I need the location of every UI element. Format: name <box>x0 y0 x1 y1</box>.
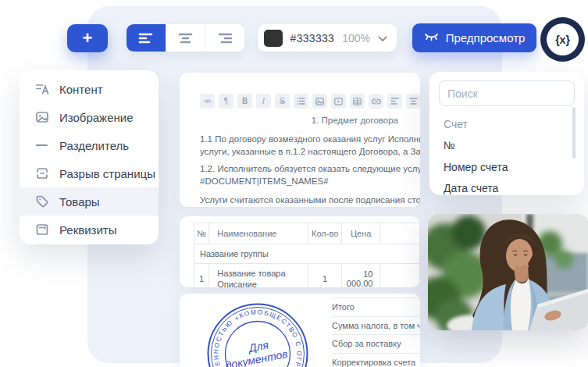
contract-text[interactable]: 1.1 По договору возмездного оказания усл… <box>200 133 420 206</box>
editor-align-center-icon <box>409 98 418 105</box>
editor-toolbar: </> ¶ B I S <box>200 94 420 109</box>
editor-align-center-button[interactable] <box>406 94 420 109</box>
menu-item-label: Разделитель <box>59 139 129 152</box>
product-description: Описание <box>217 279 308 287</box>
menu-item-page-break[interactable]: Разрыв страницы <box>20 159 159 187</box>
align-right-icon <box>217 33 233 44</box>
table-header-row: № Наименование Кол-во Цена <box>194 223 420 244</box>
align-left-icon <box>138 33 154 44</box>
photo-woman-laptop <box>428 214 588 330</box>
variables-list: Счет № Номер счета Дата счета <box>444 113 568 199</box>
totals-row-correction: Корректировка счета <box>332 353 420 367</box>
paragraph-button[interactable]: ¶ <box>219 94 233 109</box>
table-row: 1 Название товара Описание 1 10 000.00 <box>194 264 420 288</box>
requisites-icon <box>35 223 49 237</box>
plus-icon: + <box>83 28 93 48</box>
code-button[interactable]: </> <box>200 94 215 109</box>
contract-line: услуги, указанные в п.1.2 настоящего Дог… <box>200 145 420 158</box>
align-center-icon <box>178 33 194 44</box>
company-stamp: ОБЩЕСТВО С ОГРАНИЧЕННОЙ ОТВЕТСТВЕННОСТЬЮ… <box>205 301 310 367</box>
color-hex-value: #333333 <box>290 32 335 45</box>
contract-line: 1.2. Исполнитель обязуется оказать следу… <box>200 162 420 175</box>
menu-item-image[interactable]: Изображение <box>20 103 159 131</box>
menu-item-divider[interactable]: Разделитель <box>20 131 159 159</box>
insert-video-button[interactable] <box>331 94 346 109</box>
app-canvas: + #333333 100% <box>0 0 588 367</box>
variable-item-invoice-number[interactable]: Номер счета <box>444 156 568 178</box>
bold-button[interactable]: B <box>237 94 252 109</box>
editor-align-left-button[interactable] <box>387 94 402 109</box>
variables-icon: {x} <box>547 23 579 55</box>
image-icon <box>35 110 49 124</box>
preview-button-label: Предпросмотр <box>446 31 526 45</box>
color-opacity-value: 100% <box>342 32 370 45</box>
product-name: Название товара <box>217 268 308 279</box>
variables-panel: Счет № Номер счета Дата счета <box>429 72 584 195</box>
tag-icon <box>35 194 49 208</box>
row-number-cell: 1 <box>194 264 209 288</box>
group-row: Название группы <box>194 244 420 264</box>
insert-table-icon <box>353 98 362 105</box>
page-break-icon <box>35 166 49 180</box>
totals-row-itogo: Итого <box>332 298 420 316</box>
menu-item-requisites[interactable]: Реквизиты <box>20 216 159 244</box>
variables-button[interactable]: {x} <box>540 17 585 62</box>
preview-button[interactable]: Предпросмотр <box>412 23 536 52</box>
variable-item-invoice-date[interactable]: Дата счета <box>444 178 568 200</box>
contract-section-heading: 1. Предмет договора <box>180 116 420 125</box>
clipped-cell <box>380 264 420 288</box>
contract-line: Услуги считаются оказанными после подпис… <box>200 194 420 206</box>
color-picker[interactable]: #333333 100% <box>258 24 397 52</box>
variables-section-label: Счет <box>444 113 568 135</box>
list-button[interactable] <box>294 94 308 109</box>
menu-item-products[interactable]: Товары <box>20 187 159 216</box>
col-header-clipped <box>380 223 420 244</box>
search-input[interactable] <box>439 80 575 106</box>
items-table-card: № Наименование Кол-во Цена Название груп… <box>180 216 420 287</box>
menu-item-label: Товары <box>59 195 100 208</box>
menu-item-label: Контент <box>59 83 103 96</box>
col-header-price: Цена <box>341 223 380 244</box>
divider-icon <box>35 138 49 152</box>
link-button[interactable] <box>369 94 383 109</box>
insert-menu: Контент Изображение Разделитель <box>20 70 159 244</box>
align-right-button[interactable] <box>205 24 244 52</box>
strikethrough-button[interactable]: S <box>275 94 290 109</box>
col-header-number: № <box>194 223 209 244</box>
eye-closed-icon <box>424 31 439 45</box>
col-header-name: Наименование <box>209 223 308 244</box>
menu-item-label: Разрыв страницы <box>59 167 155 180</box>
items-table: № Наименование Кол-во Цена Название груп… <box>194 223 420 287</box>
stamp-totals-card: ОБЩЕСТВО С ОГРАНИЧЕННОЙ ОТВЕТСТВЕННОСТЬЮ… <box>180 294 420 367</box>
totals-row-delivery-fee: Сбор за поставку <box>332 334 420 353</box>
price-cell[interactable]: 10 000.00 <box>341 264 380 288</box>
chevron-down-icon <box>378 31 387 45</box>
insert-table-button[interactable] <box>350 94 365 109</box>
insert-image-button[interactable] <box>312 94 327 109</box>
link-icon <box>372 98 381 105</box>
insert-video-icon <box>334 98 343 105</box>
editor-align-left-icon <box>390 98 399 105</box>
group-name-cell[interactable]: Название группы <box>194 244 420 264</box>
totals-list: Итого Сумма налога, в том числе Сбор за … <box>332 298 420 367</box>
variable-item-number-sign[interactable]: № <box>444 135 568 157</box>
align-center-button[interactable] <box>166 24 205 52</box>
align-left-button[interactable] <box>127 24 166 52</box>
add-block-button[interactable]: + <box>67 24 108 52</box>
scrollbar[interactable] <box>572 107 576 159</box>
color-swatch <box>264 30 283 47</box>
alignment-group <box>127 24 244 52</box>
col-header-qty: Кол-во <box>308 223 342 244</box>
totals-row-tax: Сумма налога, в том числе <box>332 316 420 335</box>
contract-line: 1.1 По договору возмездного оказания усл… <box>200 133 420 145</box>
insert-image-icon <box>315 98 324 105</box>
contract-line: #DOCUMENT|ITEMS_NAMES# <box>200 175 420 187</box>
document-text-card: </> ¶ B I S <box>180 73 420 207</box>
menu-item-label: Изображение <box>59 111 134 124</box>
italic-button[interactable]: I <box>256 94 271 109</box>
list-icon <box>297 98 305 105</box>
product-name-cell[interactable]: Название товара Описание <box>209 264 308 288</box>
menu-item-content[interactable]: Контент <box>20 75 159 103</box>
menu-item-label: Реквизиты <box>59 223 117 237</box>
qty-cell[interactable]: 1 <box>308 264 342 288</box>
